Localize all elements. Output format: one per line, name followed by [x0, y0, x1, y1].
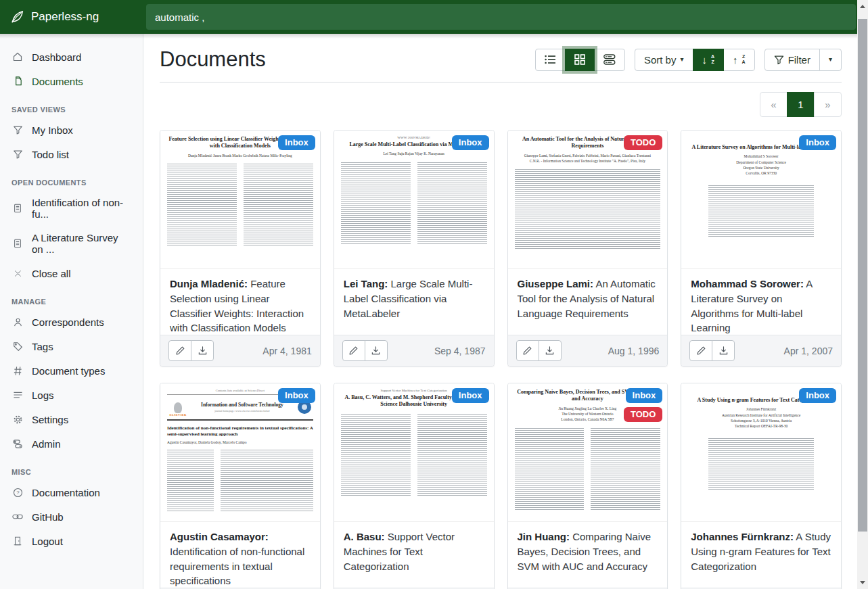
tag-badges: Inbox: [452, 388, 489, 403]
sidebar-item-label: Todo list: [32, 149, 69, 160]
pagination-prev-button[interactable]: «: [760, 92, 787, 117]
document-correspondent: A. Basu:: [344, 531, 385, 542]
edit-document-button[interactable]: [689, 340, 712, 361]
sort-by-button[interactable]: Sort by ▾: [635, 49, 693, 71]
document-thumbnail[interactable]: Support Vector Machines for Text Categor…: [334, 383, 494, 522]
card-footer: Apr 4, 1981: [160, 335, 320, 366]
sidebar-item-label: Logout: [32, 536, 63, 547]
document-title-link[interactable]: Lei Tang: Large Scale Multi-Label Classi…: [334, 269, 494, 335]
sidebar-item-label: Document types: [32, 365, 105, 377]
document-title-link[interactable]: Giuseppe Lami: An Automatic Tool for the…: [508, 269, 668, 335]
documents-grid: Inbox Feature Selection using Linear Cla…: [160, 130, 842, 589]
sidebar-item-todo-list[interactable]: Todo list: [0, 142, 143, 166]
arrow-down-icon: ↓: [702, 55, 708, 65]
grid-view-icon: [574, 54, 585, 65]
sidebar-item-tags[interactable]: Tags: [0, 334, 143, 358]
detail-view-button[interactable]: [594, 49, 625, 71]
sidebar-item-logs[interactable]: Logs: [0, 383, 143, 407]
thumb-fake-text: [708, 185, 813, 238]
pagination-next-button[interactable]: »: [814, 92, 842, 117]
document-thumbnail[interactable]: An Automatic Tool for the Analysis of Na…: [508, 131, 668, 269]
thumb-text-columns: [167, 450, 313, 512]
link-icon: [12, 511, 24, 523]
tag-badges: InboxTODO: [624, 388, 662, 422]
scrollbar-up-arrow-icon[interactable]: [860, 5, 865, 8]
scrollbar-down-arrow-icon[interactable]: [860, 581, 865, 584]
download-document-button[interactable]: [539, 340, 562, 361]
tag-badges: Inbox: [452, 135, 489, 150]
sidebar-item-dashboard[interactable]: Dashboard: [0, 45, 143, 69]
document-date: Apr 1, 2007: [784, 346, 833, 356]
document-thumbnail[interactable]: Feature Selection using Linear Classifie…: [160, 131, 320, 269]
card-actions: [689, 340, 735, 361]
document-thumbnail[interactable]: Contents lists available at ScienceDirec…: [160, 383, 320, 522]
sidebar-item-close-all[interactable]: Close all: [0, 261, 143, 285]
hash-icon: [12, 364, 24, 377]
filter-dropdown-button[interactable]: ▾: [819, 49, 842, 71]
edit-document-button[interactable]: [516, 340, 539, 361]
document-title-link[interactable]: Agustin Casamayor: Identification of non…: [160, 522, 320, 588]
sidebar-section-header: MANAGE: [0, 285, 143, 310]
document-title-link[interactable]: Mohammad S Sorower: A Literature Survey …: [681, 269, 841, 335]
sort-by-label: Sort by: [644, 54, 677, 66]
document-date: Aug 1, 1996: [608, 346, 660, 356]
tag-badge-todo[interactable]: TODO: [624, 135, 662, 150]
tag-badge-inbox[interactable]: Inbox: [799, 135, 836, 150]
document-thumbnail[interactable]: WWW 2009 MADRID!Large Scale Multi-Label …: [334, 131, 494, 269]
sidebar-item-logout[interactable]: Logout: [0, 529, 143, 553]
tag-badge-inbox[interactable]: Inbox: [626, 388, 663, 403]
sidebar-item-admin[interactable]: Admin: [0, 431, 143, 456]
document-title-link[interactable]: Dunja Mladenić: Feature Selection using …: [160, 269, 320, 335]
paperless-leaf-icon: [9, 9, 24, 24]
download-document-button[interactable]: [712, 340, 735, 361]
page-scrollbar[interactable]: [857, 0, 868, 589]
sidebar-item-documents[interactable]: Documents: [0, 69, 143, 93]
edit-document-button[interactable]: [342, 340, 365, 361]
document-title-link[interactable]: A. Basu: Support Vector Machines for Tex…: [334, 522, 494, 588]
thumb-paper-authors: Agustin Casamayor, Daniela Godoy, Marcel…: [167, 440, 313, 444]
sidebar-item-documentation[interactable]: ?Documentation: [0, 480, 143, 504]
tag-badge-inbox[interactable]: Inbox: [799, 388, 836, 403]
sidebar-item-my-inbox[interactable]: My Inbox: [0, 118, 143, 142]
pencil-icon: [175, 346, 185, 356]
sidebar-item-identification-of-non-fu[interactable]: Identification of non-fu...: [0, 191, 143, 226]
top-navbar: Paperless-ng: [0, 0, 857, 34]
list-view-button[interactable]: [535, 49, 566, 71]
document-correspondent: Johannes Fürnkranz:: [691, 531, 794, 542]
download-document-button[interactable]: [365, 340, 388, 361]
thumb-fake-text: [341, 414, 411, 496]
pagination-page-1-button[interactable]: 1: [787, 92, 815, 117]
document-title-link[interactable]: Jin Huang: Comparing Naive Bayes, Decisi…: [508, 522, 668, 588]
thumb-paper-authors: Giuseppe Lami, Stefania Gnesi, Fabrizio …: [515, 153, 661, 164]
sort-descending-button[interactable]: ↓ AZ: [693, 49, 725, 71]
edit-document-button[interactable]: [168, 340, 191, 361]
document-thumbnail[interactable]: A Literature Survey on Algorithms for Mu…: [681, 131, 841, 269]
download-document-button[interactable]: [191, 340, 214, 361]
tag-badge-inbox[interactable]: Inbox: [452, 388, 489, 403]
sidebar-item-settings[interactable]: Settings: [0, 407, 143, 431]
filter-button[interactable]: Filter: [764, 49, 820, 71]
grid-view-button[interactable]: [565, 49, 595, 71]
thumb-fake-text: [244, 164, 313, 246]
sort-ascending-button[interactable]: ↑ ZA: [723, 49, 755, 71]
funnel-icon: [12, 148, 24, 160]
tag-badge-inbox[interactable]: Inbox: [278, 388, 315, 403]
global-search-input[interactable]: [146, 4, 856, 30]
app-brand[interactable]: Paperless-ng: [0, 9, 143, 24]
document-thumbnail[interactable]: A Study Using n-gram Features for Text C…: [681, 383, 841, 522]
sidebar-item-document-types[interactable]: Document types: [0, 358, 143, 383]
sidebar-item-correspondents[interactable]: Correspondents: [0, 310, 143, 334]
tag-badge-inbox[interactable]: Inbox: [278, 135, 315, 150]
tag-badge-todo[interactable]: TODO: [624, 407, 662, 422]
thumb-paper-authors: Mohammad S Sorower Department of Compute…: [688, 154, 834, 176]
document-title-link[interactable]: Johannes Fürnkranz: A Study Using n-gram…: [681, 522, 841, 588]
lines-icon: [12, 389, 24, 401]
document-correspondent: Jin Huang:: [518, 531, 570, 542]
sidebar-item-a-literature-survey-on[interactable]: A Literature Survey on ...: [0, 226, 143, 261]
scrollbar-thumb[interactable]: [858, 19, 867, 532]
chevron-down-icon: ▾: [829, 56, 832, 63]
sidebar-item-label: Documents: [32, 76, 83, 87]
question-icon: ?: [12, 486, 24, 498]
sidebar-item-github[interactable]: GitHub: [0, 504, 143, 529]
tag-badge-inbox[interactable]: Inbox: [452, 135, 489, 150]
